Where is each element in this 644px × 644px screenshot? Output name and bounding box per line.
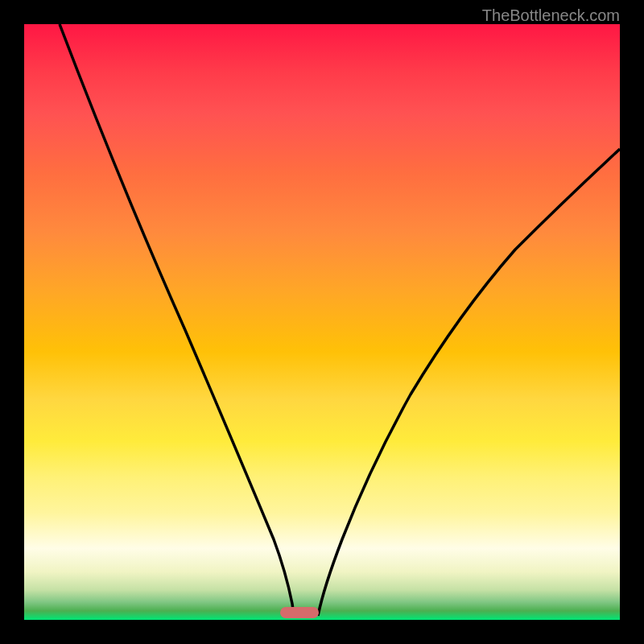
watermark-text: TheBottleneck.com [482, 6, 620, 25]
right-curve [318, 149, 620, 616]
chart-area [24, 24, 620, 620]
bottleneck-marker [280, 607, 319, 618]
curves-svg [24, 24, 620, 620]
left-curve [60, 24, 294, 616]
